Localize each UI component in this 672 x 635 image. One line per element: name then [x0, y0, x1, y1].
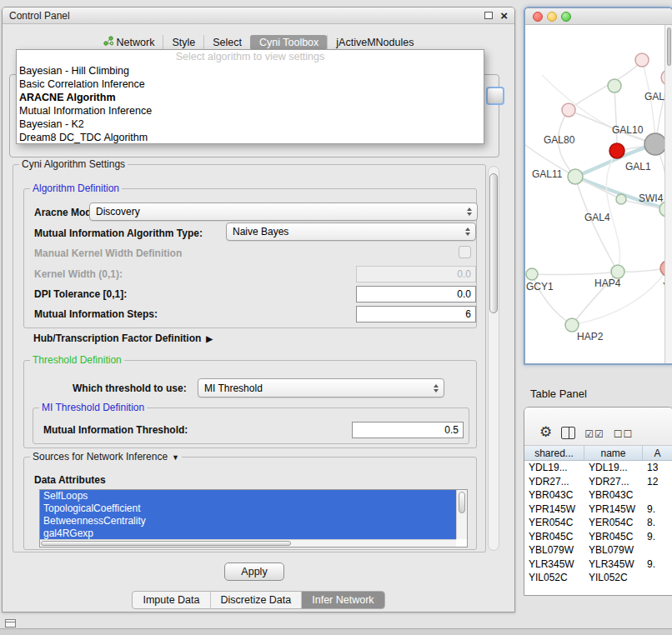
algorithm-combo-arrow-button[interactable] — [486, 87, 504, 105]
tab-jactivemnodules[interactable]: jActiveMNodules — [327, 35, 422, 50]
combo-arrows-icon — [431, 384, 444, 392]
dropdown-placeholder: Select algorithm to view settings — [17, 50, 484, 64]
mi-steps-field[interactable] — [356, 306, 476, 322]
mi-type-value: Naive Bayes — [227, 226, 463, 238]
network-icon — [103, 36, 113, 48]
table-panel-label: Table Panel — [530, 388, 587, 400]
hscroll-thumb[interactable] — [41, 541, 291, 546]
deselect-all-icon[interactable]: ☐☐ — [614, 429, 634, 439]
aracne-mode-combo[interactable]: Discovery — [89, 202, 478, 221]
table-cell — [643, 488, 672, 502]
apply-button[interactable]: Apply — [224, 562, 284, 581]
hub-definition-expander[interactable]: Hub/Transcription Factor Definition▶ — [33, 332, 213, 344]
attribute-list-hscrollbar[interactable] — [40, 539, 456, 547]
select-all-icon[interactable]: ☑☑ — [584, 429, 604, 439]
network-node[interactable] — [609, 143, 624, 158]
network-node[interactable] — [565, 318, 579, 332]
network-node[interactable] — [616, 194, 626, 204]
algorithm-option-mutual-information-inference[interactable]: Mutual Information Inference — [17, 104, 484, 118]
algorithm-dropdown-popup: Select algorithm to view settings Bayesi… — [16, 49, 484, 144]
attribute-item-topologicalcoefficient[interactable]: TopologicalCoefficient — [40, 502, 456, 515]
tab-network[interactable]: Network — [95, 34, 163, 50]
table-cell: YIL052C — [524, 571, 584, 585]
combo-arrows-icon — [464, 208, 477, 216]
window-title: Control Panel — [3, 10, 484, 22]
network-node[interactable] — [611, 265, 624, 278]
table-cell: 9. — [643, 558, 672, 572]
table-row[interactable]: YDL19...YDL19...13 — [524, 461, 672, 475]
attribute-list-vscrollbar[interactable] — [456, 490, 467, 539]
vscroll-thumb[interactable] — [667, 28, 671, 66]
columns-icon[interactable] — [561, 427, 575, 439]
mac-close-icon[interactable] — [533, 12, 543, 22]
table-cell: 13 — [643, 461, 672, 475]
minimized-panel-icon[interactable] — [5, 619, 16, 628]
network-window-titlebar[interactable] — [525, 8, 672, 25]
network-edge[interactable] — [532, 272, 618, 275]
bottom-tab-impute-data[interactable]: Impute Data — [133, 592, 209, 608]
network-edge[interactable] — [614, 86, 617, 151]
control-panel-titlebar[interactable]: Control Panel × — [3, 8, 514, 24]
network-node-label: GAL4 — [584, 212, 610, 223]
tab-label: Select — [213, 37, 242, 48]
algorithm-option-dream8-dc-tdc-algorithm[interactable]: Dream8 DC_TDC Algorithm — [17, 131, 484, 144]
algorithm-option-list: Bayesian - Hill ClimbingBasic Correlatio… — [17, 64, 484, 144]
tab-select[interactable]: Select — [203, 35, 250, 50]
column-header-name[interactable]: name — [584, 446, 643, 460]
table-row[interactable]: YBL079WYBL079W — [524, 543, 672, 558]
table-cell: YDR27... — [524, 475, 584, 489]
combo-arrows-icon — [463, 228, 475, 236]
mac-minimize-icon[interactable] — [547, 12, 557, 22]
tab-style[interactable]: Style — [163, 35, 203, 50]
settings-scrollbar[interactable] — [488, 166, 499, 551]
attribute-item-gal4rgexp[interactable]: gal4RGexp — [40, 528, 456, 540]
bottom-tab-infer-network[interactable]: Infer Network — [301, 592, 384, 608]
bottom-tab-discretize-data[interactable]: Discretize Data — [210, 592, 302, 608]
table-row[interactable]: YDR27...YDR27...12 — [524, 475, 672, 489]
network-vscrollbar[interactable] — [664, 25, 672, 363]
which-threshold-combo[interactable]: MI Threshold — [198, 378, 444, 398]
table-cell: YDL19... — [524, 461, 584, 475]
mi-threshold-field[interactable] — [352, 422, 464, 438]
algorithm-option-basic-correlation-inference[interactable]: Basic Correlation Inference — [17, 78, 484, 91]
algorithm-option-aracne-algorithm[interactable]: ARACNE Algorithm — [17, 91, 484, 104]
aracne-mode-value: Discovery — [90, 206, 464, 218]
table-row[interactable]: YBR043CYBR043C — [524, 488, 672, 502]
table-cell: YBL079W — [584, 543, 643, 558]
gear-icon[interactable]: ⚙ — [539, 425, 552, 439]
column-header-shared-[interactable]: shared... — [524, 446, 584, 460]
attribute-item-selfloops[interactable]: SelfLoops — [40, 490, 456, 502]
bottom-status-strip — [0, 628, 672, 635]
network-canvas[interactable]: GALGAL80GAL10GAL1GAL11SWI4GAL4GCY1HAP4YH… — [525, 25, 664, 363]
column-header-a[interactable]: A — [643, 446, 672, 460]
table-cell: YPR145W — [584, 502, 643, 517]
table-row[interactable]: YIL052CYIL052C — [524, 571, 672, 585]
mi-steps-label: Mutual Information Steps: — [34, 308, 158, 320]
mi-type-combo[interactable]: Naive Bayes — [226, 222, 476, 241]
algorithm-option-bayesian-hill-climbing[interactable]: Bayesian - Hill Climbing — [17, 64, 484, 78]
table-row[interactable]: YLR345WYLR345W9. — [524, 558, 672, 572]
network-node[interactable] — [644, 133, 664, 155]
network-node[interactable] — [608, 79, 621, 92]
dpi-tolerance-field[interactable] — [356, 286, 476, 302]
float-window-icon[interactable] — [484, 12, 493, 19]
network-node[interactable] — [562, 103, 575, 117]
mac-zoom-icon[interactable] — [561, 12, 571, 22]
hub-definition-label: Hub/Transcription Factor Definition — [33, 332, 201, 344]
network-node[interactable] — [568, 169, 583, 184]
table-row[interactable]: YBR045CYBR045C9. — [524, 530, 672, 544]
table-row[interactable]: YER054CYER054C8. — [524, 516, 672, 530]
table-row[interactable]: YPR145WYPR145W9. — [524, 502, 672, 517]
attribute-item-betweennesscentrality[interactable]: BetweennessCentrality — [40, 515, 456, 528]
close-icon[interactable]: × — [500, 9, 508, 22]
tab-cyni-toolbox[interactable]: Cyni Toolbox — [250, 35, 327, 50]
algorithm-option-bayesian-k2[interactable]: Bayesian - K2 — [17, 118, 484, 131]
network-edge[interactable] — [569, 60, 642, 110]
network-node[interactable] — [635, 53, 649, 67]
data-attributes-list[interactable]: SelfLoopsTopologicalCoefficientBetweenne… — [39, 489, 468, 548]
vscroll-thumb[interactable] — [459, 492, 465, 513]
scrollbar-thumb[interactable] — [489, 173, 498, 313]
network-node-label: GAL10 — [612, 124, 644, 136]
network-node[interactable] — [526, 268, 538, 280]
sources-group-title[interactable]: Sources for Network Inference▼ — [30, 451, 182, 462]
